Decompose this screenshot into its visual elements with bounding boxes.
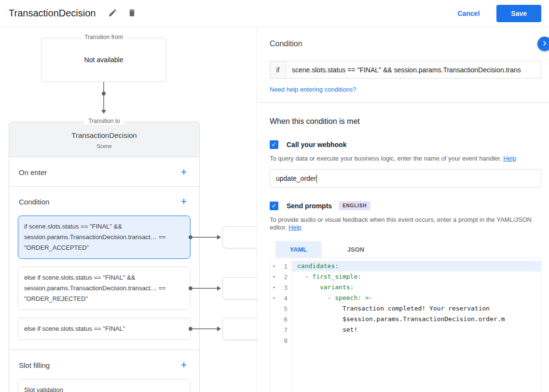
trash-icon	[127, 8, 137, 19]
plus-icon: +	[181, 166, 187, 178]
condition-row: Condition +	[9, 187, 199, 216]
editor-code-area[interactable]: candidates: - first_simple: variants: - …	[292, 258, 541, 392]
add-on-enter-button[interactable]: +	[178, 166, 190, 178]
gutter-row: ▾ 1	[270, 261, 292, 271]
scene-header[interactable]: TransactionDecision Scene	[9, 122, 199, 157]
line-number: 6	[278, 316, 292, 323]
webhook-help-link[interactable]: Help	[503, 155, 516, 162]
slot-filling-row: Slot filling +	[9, 350, 199, 379]
call-webhook-checkbox[interactable]: ✓	[270, 140, 278, 149]
prompts-help-link[interactable]: Help	[288, 224, 302, 231]
fold-triangle-down-icon[interactable]: ▾	[270, 264, 278, 269]
webhook-description-text: To query data or execute your business l…	[270, 155, 502, 162]
condition-section-label: Condition	[19, 198, 49, 206]
line-number: 3	[278, 284, 292, 291]
transition-from-box[interactable]: Transition from Not available	[41, 38, 166, 82]
condition-expression-input[interactable]	[286, 61, 541, 79]
condition-text: if scene.slots.status == "FINAL" && sess…	[24, 221, 184, 253]
slot-validation-card[interactable]: Slot validation	[18, 379, 191, 392]
prompts-description-text: To provide audio or visual feedback when…	[270, 216, 532, 231]
delete-scene-button[interactable]	[124, 5, 140, 22]
plus-icon: +	[181, 195, 187, 207]
edit-title-button[interactable]	[104, 5, 121, 22]
line-number: 5	[278, 305, 292, 312]
on-enter-row: On enter +	[9, 157, 199, 186]
code-text	[297, 284, 320, 291]
code-line: variants:	[292, 282, 541, 293]
condition-expression-row: if	[270, 61, 541, 79]
pencil-icon	[108, 8, 117, 19]
transition-to-label: Transition to	[84, 118, 124, 124]
condition-editor-panel: Condition if Need help entering conditio…	[257, 27, 549, 392]
fold-triangle-down-icon[interactable]: ▾	[270, 296, 278, 300]
gutter-row: 6	[270, 314, 292, 324]
panel-divider	[257, 102, 549, 103]
check-icon: ✓	[272, 202, 277, 210]
if-label: if	[270, 61, 286, 79]
yaml-editor[interactable]: ▾ 1 ▾ 2 ▾ 3 ▾ 4 5	[270, 257, 541, 392]
condition-text: else if scene.slots.status == "FINAL"	[24, 324, 184, 334]
gutter-row: ▾ 3	[270, 282, 292, 293]
code-line: $session.params.TransactionDecision.orde…	[292, 314, 541, 324]
fold-triangle-down-icon[interactable]: ▾	[270, 285, 278, 290]
on-enter-label: On enter	[19, 168, 47, 176]
line-number: 4	[278, 295, 292, 302]
editor-gutter: ▾ 1 ▾ 2 ▾ 3 ▾ 4 5	[270, 258, 292, 392]
tab-yaml[interactable]: YAML	[275, 241, 321, 257]
send-prompts-checkbox[interactable]: ✓	[270, 202, 278, 210]
conditions-help-link[interactable]: Need help entering conditions?	[270, 86, 356, 93]
condition-card-3[interactable]: else if scene.slots.status == "FINAL"	[18, 318, 191, 340]
code-key-text: candidates:	[297, 262, 339, 270]
collapse-panel-button[interactable]	[537, 37, 549, 51]
code-line: set!	[292, 324, 541, 335]
editor-format-tabs: YAML JSON	[270, 241, 541, 257]
slot-filling-label: Slot filling	[19, 361, 50, 369]
send-prompts-label: Send prompts	[287, 202, 332, 210]
connector-arrowhead-icon	[217, 326, 221, 331]
transition-from-label: Transition from	[81, 34, 127, 41]
code-line: candidates:	[292, 261, 541, 271]
slot-validation-text: Slot validation	[24, 385, 184, 392]
transition-target-box[interactable]	[222, 318, 257, 340]
connector-arrowhead-icon	[217, 235, 221, 240]
on-enter-section: On enter +	[9, 157, 199, 187]
webhook-name-value: update_order	[276, 175, 316, 182]
condition-card-2[interactable]: else if scene.slots.status == "FINAL" &&…	[18, 267, 191, 310]
transition-connector-arrowhead-icon	[101, 110, 106, 114]
gutter-row: ▾ 2	[270, 271, 292, 282]
add-condition-button[interactable]: +	[178, 196, 190, 207]
code-line: Transaction completed! Your reservation	[292, 303, 541, 314]
gutter-row: 5	[270, 303, 292, 314]
transition-target-box[interactable]	[222, 277, 257, 299]
transition-target-box[interactable]	[222, 226, 257, 248]
webhook-name-input[interactable]: update_order	[270, 169, 541, 188]
code-text: set!	[297, 326, 357, 333]
add-slot-button[interactable]: +	[178, 359, 190, 371]
gutter-row: 7	[270, 324, 292, 335]
condition-section: Condition + if scene.slots.status == "FI…	[9, 187, 199, 350]
tab-json[interactable]: JSON	[333, 241, 379, 257]
gutter-row: ▾ 4	[270, 293, 292, 303]
scene-type-label: Scene	[14, 143, 194, 149]
connector-line	[192, 328, 218, 329]
condition-text: else if scene.slots.status == "FINAL" &&…	[24, 272, 184, 304]
plus-icon: +	[181, 359, 187, 371]
header: TransactionDecision Cancel Save	[0, 0, 549, 27]
code-text: Transaction completed! Your reservation	[297, 305, 490, 312]
page-title: TransactionDecision	[9, 8, 96, 19]
line-number: 2	[278, 273, 292, 281]
code-text	[297, 294, 328, 301]
connector-line	[192, 237, 218, 238]
code-key-text: variants:	[320, 284, 354, 291]
send-prompts-row: ✓ Send prompts ENGLISH	[270, 201, 541, 210]
condition-card-1[interactable]: if scene.slots.status == "FINAL" && sess…	[18, 216, 191, 259]
call-webhook-label: Call your webhook	[287, 141, 346, 149]
line-number: 8	[278, 337, 292, 344]
chevron-right-icon	[540, 39, 549, 50]
cancel-button[interactable]: Cancel	[457, 10, 480, 17]
call-webhook-row: ✓ Call your webhook	[270, 140, 541, 149]
fold-triangle-down-icon[interactable]: ▾	[270, 274, 278, 279]
slot-filling-section: Slot filling + Slot validation	[9, 350, 199, 392]
app-window: TransactionDecision Cancel Save Transiti…	[0, 0, 549, 392]
save-button[interactable]: Save	[496, 5, 541, 22]
